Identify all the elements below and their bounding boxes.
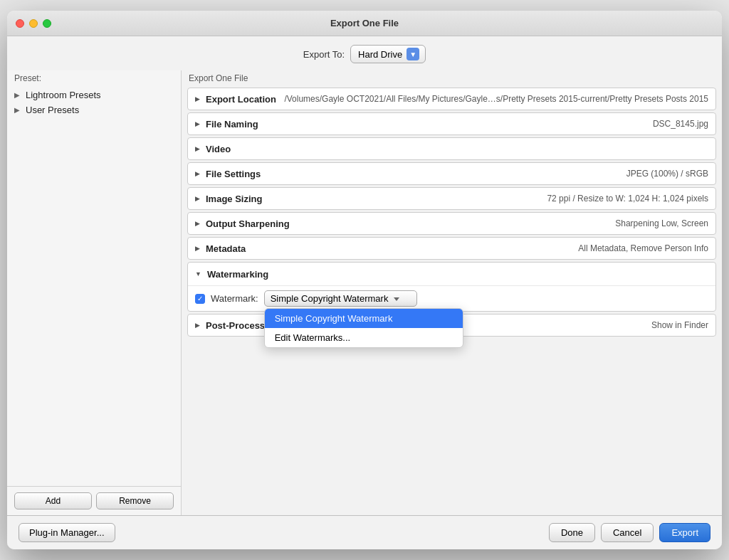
section-value: 72 ppi / Resize to W: 1,024 H: 1,024 pix… [547, 194, 708, 204]
watermarking-body: ✓ Watermark: Simple Copyright Watermark [188, 285, 715, 311]
sidebar-item-label: User Presets [26, 105, 79, 115]
export-window: Export One File Export To: Hard Drive ▼ … [7, 11, 722, 549]
plugin-manager-button[interactable]: Plug-in Manager... [19, 523, 115, 542]
export-to-bar: Export To: Hard Drive ▼ [7, 36, 722, 70]
dropdown-arrow-icon: ▼ [407, 48, 419, 60]
triangle-down-icon: ▼ [195, 270, 201, 278]
triangle-right-icon: ▶ [195, 195, 200, 202]
sidebar-item-lightroom-presets[interactable]: ▶ Lightroom Presets [7, 88, 181, 102]
dropdown-item-label: Edit Watermarks... [275, 332, 350, 343]
main-content: Preset: ▶ Lightroom Presets ▶ User Prese… [7, 70, 722, 515]
section-value: DSC_8145.jpg [653, 119, 708, 129]
triangle-right-icon: ▶ [195, 145, 200, 152]
export-button[interactable]: Export [659, 523, 710, 542]
section-name: Video [206, 144, 231, 154]
watermarking-title: Watermarking [207, 269, 268, 280]
cancel-button[interactable]: Cancel [601, 523, 654, 542]
traffic-lights [16, 19, 51, 28]
export-to-dropdown[interactable]: Hard Drive ▼ [350, 45, 426, 63]
watermark-checkbox[interactable]: ✓ [195, 294, 205, 304]
minimize-button[interactable] [29, 19, 38, 28]
watermark-selected-value: Simple Copyright Watermark [271, 293, 389, 304]
dropdown-item-simple-copyright[interactable]: Simple Copyright Watermark [265, 309, 463, 328]
watermark-dropdown-menu: Simple Copyright Watermark Edit Watermar… [264, 308, 463, 348]
metadata-section[interactable]: ▶ Metadata All Metadata, Remove Person I… [187, 237, 716, 260]
export-location-section[interactable]: ▶ Export Location /Volumes/Gayle OCT2021… [187, 88, 716, 110]
video-section[interactable]: ▶ Video [187, 137, 716, 160]
file-settings-section[interactable]: ▶ File Settings JPEG (100%) / sRGB [187, 162, 716, 185]
close-button[interactable] [16, 19, 24, 28]
remove-preset-button[interactable]: Remove [96, 492, 174, 509]
section-value: All Metadata, Remove Person Info [578, 243, 708, 253]
watermarking-header[interactable]: ▼ Watermarking [188, 263, 715, 285]
triangle-right-icon: ▶ [195, 220, 200, 227]
triangle-right-icon: ▶ [195, 322, 200, 329]
sidebar-header: Preset: [7, 70, 181, 88]
image-sizing-section[interactable]: ▶ Image Sizing 72 ppi / Resize to W: 1,0… [187, 187, 716, 210]
triangle-right-icon: ▶ [195, 120, 200, 127]
title-bar: Export One File [7, 11, 722, 36]
add-preset-button[interactable]: Add [14, 492, 92, 509]
section-name: Image Sizing [206, 194, 262, 204]
sidebar: Preset: ▶ Lightroom Presets ▶ User Prese… [7, 70, 182, 515]
dropdown-item-edit-watermarks[interactable]: Edit Watermarks... [265, 328, 463, 347]
section-name: File Settings [206, 169, 261, 179]
section-value: Sharpening Low, Screen [615, 218, 708, 228]
section-name: File Naming [206, 119, 258, 130]
triangle-right-icon: ▶ [195, 95, 200, 102]
maximize-button[interactable] [43, 19, 51, 28]
sidebar-footer: Add Remove [7, 486, 181, 515]
window-title: Export One File [330, 18, 399, 28]
section-name: Metadata [206, 243, 246, 254]
panel-header: Export One File [182, 70, 722, 88]
file-naming-section[interactable]: ▶ File Naming DSC_8145.jpg [187, 112, 716, 135]
sidebar-item-label: Lightroom Presets [26, 90, 101, 100]
watermark-label: Watermark: [211, 293, 258, 304]
export-to-label: Export To: [303, 49, 345, 60]
watermark-row: ✓ Watermark: Simple Copyright Watermark [195, 290, 708, 307]
watermark-dropdown-wrapper: Simple Copyright Watermark Simple Copyri… [264, 290, 417, 307]
section-name: Output Sharpening [206, 218, 290, 229]
sidebar-content: ▶ Lightroom Presets ▶ User Presets [7, 88, 181, 486]
triangle-right-icon: ▶ [195, 170, 200, 177]
watermark-dropdown-button[interactable]: Simple Copyright Watermark [264, 290, 417, 307]
sections-container: ▶ Export Location /Volumes/Gayle OCT2021… [182, 88, 722, 515]
section-value: JPEG (100%) / sRGB [626, 169, 708, 179]
sidebar-item-user-presets[interactable]: ▶ User Presets [7, 102, 181, 117]
dropdown-item-label: Simple Copyright Watermark [275, 313, 393, 324]
chevron-right-icon: ▶ [14, 106, 23, 114]
watermarking-section: ▼ Watermarking ✓ Watermark: Simple Copyr… [187, 262, 716, 312]
dropdown-chevron-icon [394, 297, 399, 301]
bottom-bar: Plug-in Manager... Done Cancel Export [7, 515, 722, 549]
triangle-right-icon: ▶ [195, 245, 200, 252]
done-button[interactable]: Done [549, 523, 595, 542]
output-sharpening-section[interactable]: ▶ Output Sharpening Sharpening Low, Scre… [187, 212, 716, 235]
right-panel: Export One File ▶ Export Location /Volum… [182, 70, 722, 515]
section-value: /Volumes/Gayle OCT2021/All Files/My Pict… [284, 94, 708, 104]
chevron-right-icon: ▶ [14, 91, 23, 99]
section-value: Show in Finder [651, 320, 708, 330]
section-name: Export Location [206, 94, 276, 105]
export-to-value: Hard Drive [358, 49, 402, 60]
